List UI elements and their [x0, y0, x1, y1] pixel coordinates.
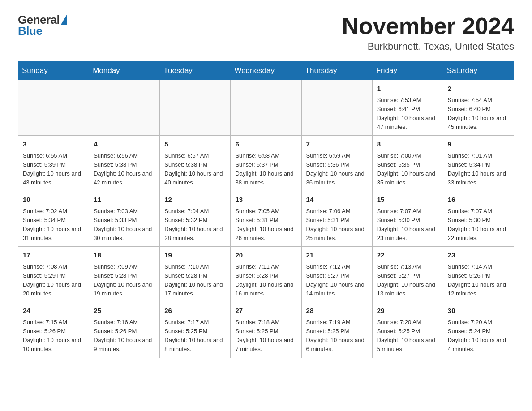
sun-info: Sunrise: 7:04 AMSunset: 5:32 PMDaylight:… [164, 207, 226, 243]
day-number: 27 [235, 306, 296, 316]
day-number: 8 [377, 139, 438, 150]
calendar-cell: 4Sunrise: 6:56 AMSunset: 5:38 PMDaylight… [89, 136, 160, 191]
day-number: 2 [448, 84, 509, 94]
calendar-cell: 7Sunrise: 6:59 AMSunset: 5:36 PMDaylight… [301, 136, 372, 191]
sun-info: Sunrise: 6:58 AMSunset: 5:37 PMDaylight:… [235, 151, 296, 188]
calendar-cell [89, 80, 160, 136]
day-number: 4 [94, 139, 155, 150]
sun-info: Sunrise: 7:05 AMSunset: 5:31 PMDaylight:… [235, 207, 296, 243]
day-number: 1 [377, 84, 438, 94]
sun-info: Sunrise: 7:18 AMSunset: 5:25 PMDaylight:… [235, 318, 296, 354]
sun-info: Sunrise: 7:17 AMSunset: 5:25 PMDaylight:… [164, 318, 226, 354]
calendar-cell: 2Sunrise: 7:54 AMSunset: 6:40 PMDaylight… [443, 80, 514, 136]
day-number: 16 [448, 195, 509, 205]
calendar-cell [18, 80, 89, 136]
weekday-header-wednesday: Wednesday [231, 62, 301, 80]
day-number: 22 [377, 250, 438, 261]
sun-info: Sunrise: 7:20 AMSunset: 5:24 PMDaylight:… [448, 318, 509, 354]
day-number: 3 [23, 139, 84, 150]
sun-info: Sunrise: 7:09 AMSunset: 5:28 PMDaylight:… [94, 262, 155, 299]
calendar-cell: 19Sunrise: 7:10 AMSunset: 5:28 PMDayligh… [160, 247, 231, 302]
sun-info: Sunrise: 6:56 AMSunset: 5:38 PMDaylight:… [94, 151, 155, 188]
sun-info: Sunrise: 7:03 AMSunset: 5:33 PMDaylight:… [94, 207, 155, 243]
calendar-cell: 5Sunrise: 6:57 AMSunset: 5:38 PMDaylight… [160, 136, 231, 191]
calendar-cell: 16Sunrise: 7:07 AMSunset: 5:30 PMDayligh… [443, 191, 514, 247]
day-number: 9 [448, 139, 509, 150]
calendar-cell: 24Sunrise: 7:15 AMSunset: 5:26 PMDayligh… [18, 302, 89, 358]
day-number: 17 [23, 250, 84, 261]
sun-info: Sunrise: 7:06 AMSunset: 5:31 PMDaylight:… [306, 207, 368, 243]
sun-info: Sunrise: 7:53 AMSunset: 6:41 PMDaylight:… [377, 96, 438, 132]
calendar-cell: 8Sunrise: 7:00 AMSunset: 5:35 PMDaylight… [372, 136, 443, 191]
calendar-cell: 11Sunrise: 7:03 AMSunset: 5:33 PMDayligh… [89, 191, 160, 247]
day-number: 11 [94, 195, 155, 205]
sun-info: Sunrise: 6:57 AMSunset: 5:38 PMDaylight:… [164, 151, 226, 188]
day-number: 18 [94, 250, 155, 261]
calendar-cell: 1Sunrise: 7:53 AMSunset: 6:41 PMDaylight… [372, 80, 443, 136]
day-number: 24 [23, 306, 84, 316]
day-number: 26 [164, 306, 226, 316]
sun-info: Sunrise: 7:20 AMSunset: 5:25 PMDaylight:… [377, 318, 438, 354]
sun-info: Sunrise: 7:10 AMSunset: 5:28 PMDaylight:… [164, 262, 226, 299]
day-number: 19 [164, 250, 226, 261]
day-number: 12 [164, 195, 226, 205]
calendar-cell: 22Sunrise: 7:13 AMSunset: 5:27 PMDayligh… [372, 247, 443, 302]
title-area: November 2024 Burkburnett, Texas, United… [342, 13, 514, 52]
day-number: 29 [377, 306, 438, 316]
sun-info: Sunrise: 7:19 AMSunset: 5:25 PMDaylight:… [306, 318, 368, 354]
sun-info: Sunrise: 7:07 AMSunset: 5:30 PMDaylight:… [377, 207, 438, 243]
sun-info: Sunrise: 7:12 AMSunset: 5:27 PMDaylight:… [306, 262, 368, 299]
day-number: 5 [164, 139, 226, 150]
day-number: 10 [23, 195, 84, 205]
sun-info: Sunrise: 6:59 AMSunset: 5:36 PMDaylight:… [306, 151, 368, 188]
day-number: 7 [306, 139, 368, 150]
day-number: 25 [94, 306, 155, 316]
logo: General Blue [18, 13, 67, 37]
calendar-cell: 20Sunrise: 7:11 AMSunset: 5:28 PMDayligh… [231, 247, 301, 302]
calendar-cell: 25Sunrise: 7:16 AMSunset: 5:26 PMDayligh… [89, 302, 160, 358]
calendar-cell: 9Sunrise: 7:01 AMSunset: 5:34 PMDaylight… [443, 136, 514, 191]
calendar-cell: 3Sunrise: 6:55 AMSunset: 5:39 PMDaylight… [18, 136, 89, 191]
sun-info: Sunrise: 7:01 AMSunset: 5:34 PMDaylight:… [448, 151, 509, 188]
weekday-header-saturday: Saturday [443, 62, 514, 80]
sun-info: Sunrise: 7:00 AMSunset: 5:35 PMDaylight:… [377, 151, 438, 188]
logo-blue-text: Blue [18, 25, 67, 38]
sun-info: Sunrise: 7:15 AMSunset: 5:26 PMDaylight:… [23, 318, 84, 354]
weekday-header-friday: Friday [372, 62, 443, 80]
calendar-table: SundayMondayTuesdayWednesdayThursdayFrid… [18, 61, 514, 358]
calendar-cell: 29Sunrise: 7:20 AMSunset: 5:25 PMDayligh… [372, 302, 443, 358]
calendar-cell: 17Sunrise: 7:08 AMSunset: 5:29 PMDayligh… [18, 247, 89, 302]
calendar-cell: 10Sunrise: 7:02 AMSunset: 5:34 PMDayligh… [18, 191, 89, 247]
weekday-header-sunday: Sunday [18, 62, 89, 80]
day-number: 6 [235, 139, 296, 150]
sun-info: Sunrise: 7:16 AMSunset: 5:26 PMDaylight:… [94, 318, 155, 354]
calendar-cell: 18Sunrise: 7:09 AMSunset: 5:28 PMDayligh… [89, 247, 160, 302]
logo-triangle-icon [61, 15, 67, 25]
calendar-cell: 30Sunrise: 7:20 AMSunset: 5:24 PMDayligh… [443, 302, 514, 358]
calendar-cell [231, 80, 301, 136]
calendar-cell: 26Sunrise: 7:17 AMSunset: 5:25 PMDayligh… [160, 302, 231, 358]
day-number: 13 [235, 195, 296, 205]
sun-info: Sunrise: 7:13 AMSunset: 5:27 PMDaylight:… [377, 262, 438, 299]
sun-info: Sunrise: 7:08 AMSunset: 5:29 PMDaylight:… [23, 262, 84, 299]
day-number: 20 [235, 250, 296, 261]
month-title: November 2024 [342, 13, 514, 39]
day-number: 30 [448, 306, 509, 316]
calendar-cell [301, 80, 372, 136]
weekday-header-thursday: Thursday [301, 62, 372, 80]
weekday-header-monday: Monday [89, 62, 160, 80]
sun-info: Sunrise: 7:11 AMSunset: 5:28 PMDaylight:… [235, 262, 296, 299]
calendar-cell: 21Sunrise: 7:12 AMSunset: 5:27 PMDayligh… [301, 247, 372, 302]
calendar-cell: 14Sunrise: 7:06 AMSunset: 5:31 PMDayligh… [301, 191, 372, 247]
calendar-cell [160, 80, 231, 136]
day-number: 28 [306, 306, 368, 316]
calendar-cell: 6Sunrise: 6:58 AMSunset: 5:37 PMDaylight… [231, 136, 301, 191]
page-header: General Blue November 2024 Burkburnett, … [18, 13, 514, 52]
calendar-cell: 13Sunrise: 7:05 AMSunset: 5:31 PMDayligh… [231, 191, 301, 247]
day-number: 21 [306, 250, 368, 261]
calendar-cell: 15Sunrise: 7:07 AMSunset: 5:30 PMDayligh… [372, 191, 443, 247]
location-text: Burkburnett, Texas, United States [342, 41, 514, 52]
weekday-header-tuesday: Tuesday [160, 62, 231, 80]
day-number: 23 [448, 250, 509, 261]
calendar-cell: 23Sunrise: 7:14 AMSunset: 5:26 PMDayligh… [443, 247, 514, 302]
